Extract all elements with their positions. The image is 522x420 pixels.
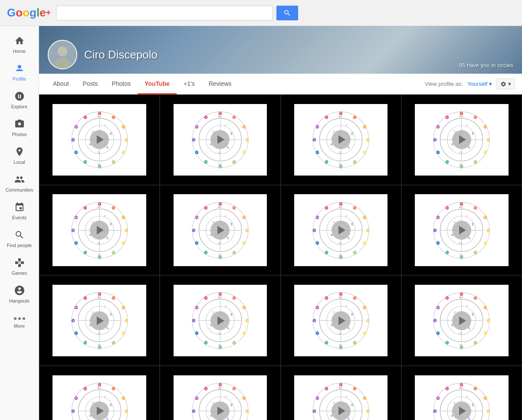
find-people-label: Find people <box>7 243 32 248</box>
video-cell[interactable]: ♈ ♉ ♊ ♋ ♌ ♍ ♎ ♏ ♐ ♑ ♒ ♓ M.C. F.C. ♂ ♀ ☿ … <box>160 366 280 420</box>
svg-text:♌: ♌ <box>121 331 125 335</box>
svg-text:♂: ♂ <box>345 395 348 399</box>
explore-label: Explore <box>11 104 27 109</box>
video-cell[interactable]: ♈ ♉ ♊ ♋ ♌ ♍ ♎ ♏ ♐ ♑ ♒ ♓ M.C. F.C. ♂ ♀ ☿ … <box>39 366 160 420</box>
play-button[interactable] <box>90 221 109 240</box>
svg-text:M.C.: M.C. <box>339 206 343 208</box>
play-button[interactable] <box>452 221 471 240</box>
play-button[interactable] <box>90 311 109 330</box>
video-cell[interactable]: ♈ ♉ ♊ ♋ ♌ ♍ ♎ ♏ ♐ ♑ ♒ ♓ M.C. F.C. ♂ ♀ ☿ … <box>160 185 280 276</box>
sidebar-item-home[interactable]: Home <box>2 31 37 57</box>
tab-photos[interactable]: Photos <box>105 74 138 94</box>
video-cell[interactable]: ♈ ♉ ♊ ♋ ♌ ♍ ♎ ♏ ♐ ♑ ♒ ♓ M.C. F.C. ♂ ♀ ☿ … <box>160 275 280 366</box>
svg-text:♐: ♐ <box>74 331 78 335</box>
svg-text:♋: ♋ <box>486 319 490 322</box>
games-icon <box>13 257 26 269</box>
video-cell[interactable]: ♈ ♉ ♊ ♋ ♌ ♍ ♎ ♏ ♐ ♑ ♒ ♓ M.C. F.C. ♂ ♀ ☿ … <box>281 366 401 420</box>
events-icon <box>13 201 26 213</box>
svg-text:♏: ♏ <box>446 160 450 164</box>
svg-text:♂: ♂ <box>224 214 227 218</box>
svg-text:♂: ♂ <box>466 124 468 127</box>
play-button[interactable] <box>332 401 351 420</box>
sidebar-item-explore[interactable]: Explore <box>2 87 37 113</box>
svg-point-2 <box>58 46 68 56</box>
svg-text:♍: ♍ <box>353 160 357 164</box>
more-dots-icon <box>12 316 27 322</box>
view-profile-as-value[interactable]: Yourself ▾ <box>467 81 492 87</box>
sidebar-item-events[interactable]: Events <box>2 198 37 224</box>
svg-text:♓: ♓ <box>204 387 208 391</box>
tab-plus1s[interactable]: +1's <box>177 74 202 94</box>
play-triangle-icon <box>338 135 345 144</box>
profile-info: Ciro Discepolo <box>48 40 158 69</box>
sidebar-item-communities[interactable]: Communities <box>2 170 37 196</box>
sidebar-item-games[interactable]: Games <box>2 253 37 279</box>
play-triangle-icon <box>338 226 345 234</box>
svg-text:♉: ♉ <box>111 206 115 210</box>
video-cell[interactable]: ♈ ♉ ♊ ♋ ♌ ♍ ♎ ♏ ♐ ♑ ♒ ♓ M.C. F.C. ♂ ♀ ☿ … <box>401 275 522 366</box>
profile-view-value: Yourself <box>467 81 488 87</box>
play-button[interactable] <box>90 401 109 420</box>
settings-button[interactable]: ▾ <box>496 78 515 89</box>
tab-posts[interactable]: Posts <box>76 74 105 94</box>
video-cell[interactable]: ♈ ♉ ♊ ♋ ♌ ♍ ♎ ♏ ♐ ♑ ♒ ♓ M.C. F.C. ♂ ♀ ☿ … <box>39 275 160 366</box>
svg-text:☿: ☿ <box>230 403 233 407</box>
svg-text:♋: ♋ <box>125 138 128 142</box>
video-cell[interactable]: ♈ ♉ ♊ ♋ ♌ ♍ ♎ ♏ ♐ ♑ ♒ ♓ M.C. F.C. ♂ ♀ ☿ … <box>281 94 401 185</box>
svg-text:♋: ♋ <box>366 138 370 142</box>
svg-text:♂: ♂ <box>466 304 468 308</box>
svg-text:☿: ☿ <box>472 222 474 226</box>
svg-text:♓: ♓ <box>204 115 208 119</box>
video-cell[interactable]: ♈ ♉ ♊ ♋ ♌ ♍ ♎ ♏ ♐ ♑ ♒ ♓ M.C. F.C. ♂ ♀ ☿ … <box>401 185 522 276</box>
play-button[interactable] <box>332 221 351 240</box>
sidebar-item-photos[interactable]: Photos <box>2 114 37 140</box>
video-cell[interactable]: ♈ ♉ ♊ ♋ ♌ ♍ ♎ ♏ ♐ ♑ ♒ ♓ M.C. F.C. ♂ ♀ ☿ … <box>401 366 522 420</box>
svg-text:♊: ♊ <box>363 306 367 310</box>
svg-text:M.C.: M.C. <box>339 387 343 389</box>
search-input[interactable] <box>56 6 273 20</box>
svg-text:F.C.: F.C. <box>460 344 463 346</box>
svg-text:♂: ♂ <box>103 395 106 399</box>
video-cell[interactable]: ♈ ♉ ♊ ♋ ♌ ♍ ♎ ♏ ♐ ♑ ♒ ♓ M.C. F.C. ♂ ♀ ☿ … <box>39 94 160 185</box>
svg-text:♉: ♉ <box>111 115 115 119</box>
svg-text:M.C.: M.C. <box>97 387 102 389</box>
play-button[interactable] <box>332 130 351 149</box>
play-button[interactable] <box>452 401 471 420</box>
sidebar-item-profile[interactable]: Profile <box>2 59 37 85</box>
video-cell[interactable]: ♈ ♉ ♊ ♋ ♌ ♍ ♎ ♏ ♐ ♑ ♒ ♓ M.C. F.C. ♂ ♀ ☿ … <box>281 185 401 276</box>
tab-about[interactable]: About <box>46 74 76 94</box>
play-button[interactable] <box>332 311 351 330</box>
sidebar-item-more[interactable]: More <box>2 312 37 332</box>
svg-text:♑: ♑ <box>433 228 437 232</box>
video-cell[interactable]: ♈ ♉ ♊ ♋ ♌ ♍ ♎ ♏ ♐ ♑ ♒ ♓ M.C. F.C. ♂ ♀ ☿ … <box>401 94 522 185</box>
tab-reviews[interactable]: Reviews <box>202 74 239 94</box>
video-cell[interactable]: ♈ ♉ ♊ ♋ ♌ ♍ ♎ ♏ ♐ ♑ ♒ ♓ M.C. F.C. ♂ ♀ ☿ … <box>39 185 160 276</box>
svg-text:♈: ♈ <box>339 111 343 115</box>
play-button[interactable] <box>210 401 230 420</box>
svg-text:☿: ☿ <box>110 132 112 136</box>
local-icon <box>13 146 26 158</box>
sidebar-item-find-people[interactable]: Find people <box>2 225 37 251</box>
play-button[interactable] <box>452 130 471 149</box>
play-triangle-icon <box>97 135 104 144</box>
svg-text:♉: ♉ <box>473 115 477 119</box>
tab-youtube[interactable]: YouTube <box>138 74 177 94</box>
svg-text:♌: ♌ <box>483 241 487 245</box>
local-label: Local <box>13 160 25 165</box>
svg-text:☿: ☿ <box>110 313 112 316</box>
sidebar-item-local[interactable]: Local <box>2 142 37 168</box>
svg-text:♋: ♋ <box>245 138 249 142</box>
svg-text:♄: ♄ <box>226 146 229 150</box>
sidebar-item-hangouts[interactable]: Hangouts <box>2 281 37 307</box>
svg-text:♒: ♒ <box>195 306 199 310</box>
svg-text:♓: ♓ <box>446 387 450 391</box>
layout: Home Profile Explore Photos Local <box>0 26 522 420</box>
video-cell[interactable]: ♈ ♉ ♊ ♋ ♌ ♍ ♎ ♏ ♐ ♑ ♒ ♓ M.C. F.C. ♂ ♀ ☿ … <box>281 275 401 366</box>
play-button[interactable] <box>210 311 230 330</box>
search-button[interactable] <box>276 6 298 20</box>
video-cell[interactable]: ♈ ♉ ♊ ♋ ♌ ♍ ♎ ♏ ♐ ♑ ♒ ♓ M.C. F.C. ♂ ♀ ☿ … <box>160 94 280 185</box>
play-button[interactable] <box>452 311 471 330</box>
svg-text:♒: ♒ <box>74 396 78 400</box>
svg-text:♌: ♌ <box>121 150 125 154</box>
profile-header: Ciro Discepolo 95 have you in circles <box>39 26 522 74</box>
